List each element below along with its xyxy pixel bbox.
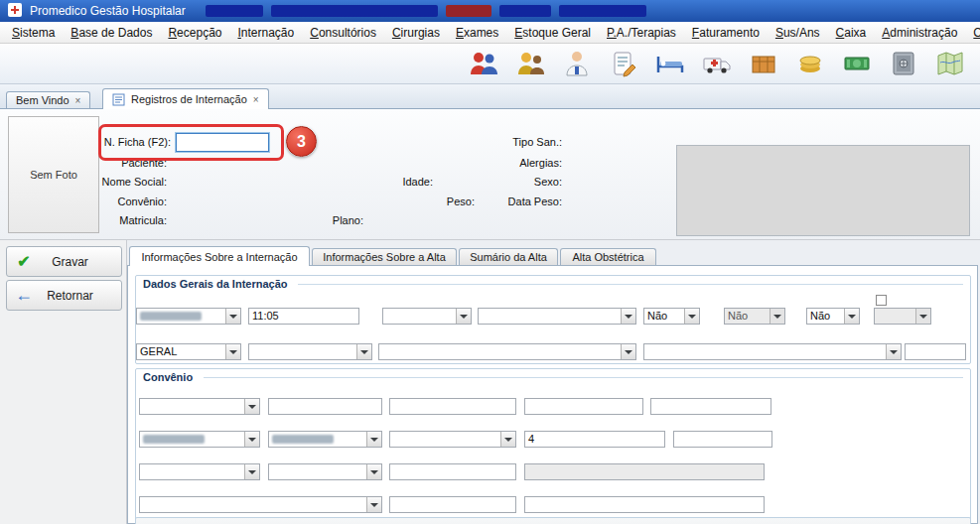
gravar-button-label: Gravar [41, 255, 99, 269]
toolbar-button-billing[interactable] [794, 48, 826, 79]
n-guia-field[interactable] [268, 398, 382, 415]
dropdown-arrow-icon[interactable] [500, 432, 515, 447]
menu-item-sistema[interactable]: Sistema [4, 23, 63, 43]
annotation-highlight-box [98, 124, 284, 161]
senha-atendimento-field[interactable] [524, 398, 643, 415]
dt-internacao-combo[interactable] [136, 308, 241, 325]
close-icon[interactable]: × [253, 94, 259, 105]
hora-internacao-field[interactable]: 11:05 [248, 308, 359, 325]
senha-aih-field[interactable] [524, 496, 765, 513]
leito-utilizado-combo[interactable] [478, 308, 636, 325]
dropdown-arrow-icon[interactable] [366, 464, 381, 479]
dropdown-arrow-icon[interactable] [886, 344, 901, 359]
n-guia-solicitacao-field[interactable] [389, 398, 516, 415]
toolbar-button-doctor[interactable] [561, 48, 593, 79]
menu-item-exames[interactable]: Exames [448, 23, 506, 43]
menu-item-faturamento[interactable]: Faturamento [684, 23, 768, 43]
toolbar-button-hospital-bed[interactable] [654, 48, 686, 79]
tab-informacoes-alta[interactable]: Informações Sobre a Alta [312, 248, 457, 265]
menu-item-internacao[interactable]: Internação [229, 23, 302, 43]
dropdown-arrow-icon[interactable] [366, 497, 381, 512]
acompanhante-combo[interactable]: Não [643, 308, 700, 325]
dropdown-arrow-icon[interactable] [621, 309, 635, 324]
toolbar-button-safe[interactable] [888, 48, 919, 79]
tab-alta-obstetrica[interactable]: Alta Obstétrica [560, 248, 656, 265]
natureza-internacao-combo[interactable] [389, 431, 516, 448]
toolbar-button-cash[interactable] [841, 48, 873, 79]
day-clinic-combo[interactable] [874, 308, 931, 325]
menu-item-cirurgias[interactable]: Cirurgias [384, 23, 448, 43]
menu-item-pa-terapias[interactable]: P.A./Terapias [599, 23, 684, 43]
dropdown-arrow-icon[interactable] [244, 464, 259, 479]
menu-item-administracao[interactable]: Administração [874, 23, 965, 43]
dropdown-arrow-icon[interactable] [684, 309, 699, 324]
convenio-combo[interactable] [139, 398, 260, 415]
convenio-header-label: Convênio: [87, 196, 167, 207]
toolbar-button-reception[interactable] [514, 48, 546, 79]
dropdown-arrow-icon[interactable] [621, 344, 635, 359]
dropdown-arrow-icon[interactable] [225, 344, 240, 359]
menu-item-base-de-dados[interactable]: Base de Dados [63, 23, 160, 43]
next-group-stub [135, 517, 971, 524]
dropdown-arrow-icon[interactable] [844, 309, 859, 324]
window-title: Promedico Gestão Hospitalar [30, 4, 186, 18]
toolbar-button-map[interactable] [934, 48, 966, 79]
tab-bem-vindo[interactable]: Bem Vindo × [6, 91, 90, 108]
toolbar-button-ambulance[interactable] [701, 48, 733, 79]
toolbar-button-patients[interactable] [468, 48, 499, 79]
toolbar-button-stock[interactable] [748, 48, 779, 79]
usar-pacote-combo[interactable]: Não [806, 308, 860, 325]
dropdown-arrow-icon[interactable] [244, 399, 259, 414]
redacted-text [272, 435, 334, 444]
dropdown-arrow-icon[interactable] [244, 432, 259, 447]
gravar-button[interactable]: ✔ Gravar [6, 246, 122, 277]
dropdown-arrow-icon[interactable] [225, 309, 240, 324]
plano-categoria-combo[interactable] [139, 496, 382, 513]
ambulance-icon [702, 49, 732, 78]
dt-autorizacao-combo[interactable] [139, 431, 260, 448]
medico-pediu-combo[interactable] [378, 343, 636, 360]
retornar-button[interactable]: ← Retornar [6, 280, 122, 311]
cod-proced-principal-field[interactable] [389, 463, 516, 480]
tab-sumario-alta[interactable]: Sumário da Alta [459, 248, 558, 265]
doctor-icon [562, 49, 592, 78]
categoria-combo[interactable] [268, 463, 382, 480]
menu-item-custo[interactable]: Custo [965, 23, 980, 43]
qtd-diarias-field[interactable] [389, 496, 516, 513]
menu-item-sus-ans[interactable]: Sus/Ans [768, 23, 828, 43]
dropdown-arrow-icon[interactable] [356, 344, 371, 359]
safe-icon [889, 49, 918, 78]
stock-icon [749, 49, 778, 78]
int-vinculada-field[interactable] [905, 343, 966, 360]
menu-item-caixa[interactable]: Caixa [828, 23, 875, 43]
redacted-text [143, 435, 205, 444]
tab-registros-de-internacao[interactable]: Registros de Internação × [102, 88, 269, 109]
alergias-label: Alergias: [492, 157, 562, 169]
natureza-tratamento-combo[interactable] [248, 343, 372, 360]
nome-procedimento-field [524, 463, 765, 480]
acomodacao-cobrada-combo[interactable] [139, 463, 260, 480]
menu-item-consultorios[interactable]: Consultórios [302, 23, 384, 43]
dropdown-arrow-icon[interactable] [366, 432, 381, 447]
dropdown-arrow-icon[interactable] [915, 309, 930, 324]
dt-emissao-combo[interactable] [268, 431, 382, 448]
title-bar: Promedico Gestão Hospitalar [0, 0, 980, 22]
alimen-acompa-combo[interactable]: Não [724, 308, 785, 325]
previsao-alta-combo[interactable] [382, 308, 472, 325]
dropdown-arrow-icon[interactable] [456, 309, 471, 324]
annotation-step-badge: 3 [286, 126, 317, 157]
matricula-paciente-field[interactable] [650, 398, 771, 415]
patients-icon [469, 49, 498, 78]
cod-tipo-internacao-field[interactable]: 4 [524, 431, 665, 448]
menu-item-estoque-geral[interactable]: Estoque Geral [506, 23, 599, 43]
tab-informacoes-internacao[interactable]: Informações Sobre a Internação [129, 246, 310, 266]
local-admissao-combo[interactable]: GERAL [136, 343, 241, 360]
close-icon[interactable]: × [75, 95, 81, 106]
medico-responsavel-combo[interactable] [643, 343, 902, 360]
toolbar-button-prescription[interactable] [608, 48, 639, 79]
dropdown-arrow-icon[interactable] [770, 309, 784, 324]
tipo-atendimento-field[interactable] [673, 431, 772, 448]
day-clinic-checkbox[interactable] [876, 295, 887, 306]
menu-item-recepcao[interactable]: Recepção [160, 23, 229, 43]
photo-placeholder-label: Sem Foto [30, 169, 77, 181]
